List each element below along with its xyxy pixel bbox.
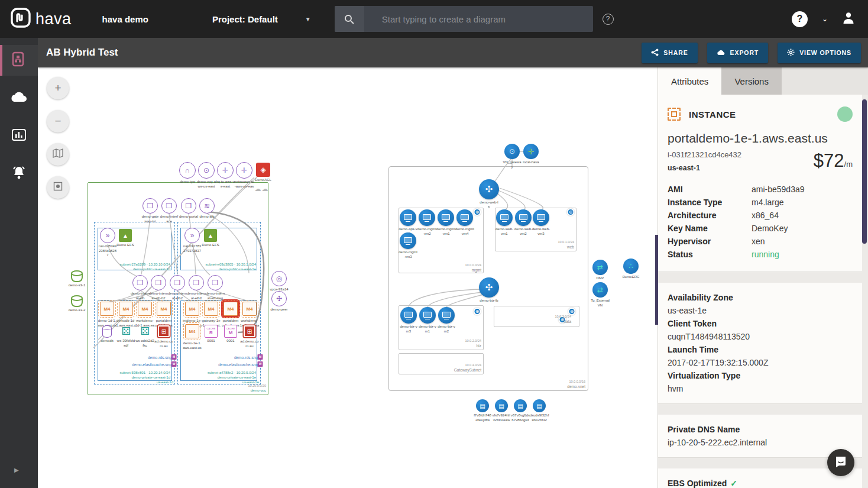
help-icon[interactable]: ? — [792, 11, 808, 27]
node-vpc-peering[interactable]: ✣demo-peer — [264, 291, 294, 312]
hava-logo[interactable]: hava — [11, 8, 72, 30]
diagram-text: demo-private-us-east-1e — [218, 376, 256, 379]
node-express-route[interactable]: ∴DemoERC — [616, 258, 646, 280]
node-efs[interactable]: ▲Demo EFS — [110, 229, 141, 248]
center-icon — [53, 181, 63, 194]
panel-scrollbar[interactable] — [862, 99, 867, 244]
export-cloud-icon — [717, 49, 726, 57]
sidebar-item-diagrams[interactable] — [0, 45, 38, 76]
globe-icon-icon: ⊕ — [568, 308, 576, 315]
center-view-button[interactable] — [47, 176, 69, 199]
node-azure-lb[interactable]: ✣demo-web-l b — [474, 179, 504, 209]
globe-icon[interactable]: ⊕ — [474, 208, 481, 216]
sidebar-item-stats[interactable] — [0, 121, 38, 151]
globe-icon[interactable]: ⊕ — [567, 208, 575, 216]
node-route53-record[interactable]: ⊞ad.demo.co m.au — [148, 324, 179, 348]
node-s3-bucket[interactable]: demo-s3-1 — [61, 270, 92, 288]
diagram-text: demo-public-us-east-1e — [219, 267, 256, 271]
project-label: Project: Default — [212, 14, 278, 24]
search-icon — [335, 6, 364, 32]
search-input[interactable] — [364, 14, 571, 24]
attribute-row: Hypervisorxen — [668, 235, 853, 248]
diagram-text: subnet-598e801 · 10.20.14.0/24 — [120, 371, 170, 374]
node-efs[interactable]: ▲Demo EFS — [195, 229, 226, 248]
node-dmz-connection[interactable]: ⇄DMZ — [585, 260, 616, 281]
tab-versions[interactable]: Versions — [721, 67, 782, 95]
resource-type-label: INSTANCE — [689, 109, 736, 119]
node-instance-icon: M4 — [157, 302, 171, 316]
node-load-balancer-icon: ≋ — [199, 198, 215, 214]
diagram-text: demo-rds-sng — [148, 356, 171, 360]
attribute-row: Statusrunning — [668, 248, 853, 261]
view-options-button[interactable]: VIEW OPTIONS — [778, 43, 861, 63]
node-azure-lb-icon: ✣ — [479, 277, 499, 298]
node-internal-elb[interactable]: ❒demo-intern al-elb-bsg — [200, 275, 231, 300]
diagram-search[interactable] — [335, 6, 593, 32]
help-outline-icon[interactable]: ? — [603, 14, 614, 25]
chat-button[interactable] — [827, 449, 854, 476]
fit-view-button[interactable] — [47, 143, 69, 166]
sng-badge[interactable]: W — [171, 361, 177, 367]
sidebar-item-alerts[interactable] — [0, 159, 38, 189]
node-label: DemoACL — [248, 178, 278, 183]
node-dmz-connection-icon: ⇄ — [592, 260, 608, 275]
diagram-text: demo-vpc — [251, 389, 266, 392]
globe-icon[interactable]: ⊕ — [474, 308, 481, 315]
node-azure-vm[interactable]: demo-mgmt -vm3 — [393, 232, 423, 259]
attribute-value: m4.large — [752, 196, 783, 209]
sng-badge[interactable]: M — [171, 354, 177, 360]
dns-label: Private DNS Name — [668, 423, 853, 436]
chat-icon — [834, 455, 847, 470]
node-azure-vm[interactable]: demo-biz-v m2 — [431, 307, 462, 334]
diagram-title: AB Hybrid Test — [46, 47, 118, 59]
node-local-network[interactable]: ✛local-hava — [516, 144, 546, 165]
attribute-label: Instance Type — [668, 196, 752, 209]
sng-badge[interactable]: W — [258, 361, 263, 367]
node-external-vn[interactable]: ⇄To_External VN — [585, 282, 616, 308]
node-load-balancer[interactable]: ≋demo-alb — [192, 198, 222, 219]
zoom-in-button[interactable]: + — [47, 77, 69, 99]
view-options-label: VIEW OPTIONS — [799, 49, 851, 56]
diagram-text: web — [567, 245, 574, 249]
node-s3-bucket-icon — [71, 298, 83, 307]
sidebar-item-environments[interactable] — [0, 83, 38, 114]
node-s3-bucket[interactable]: demo-s3-2 — [61, 295, 92, 313]
dns-link[interactable]: ip-10-20-5-222.ec2.internal — [668, 436, 853, 449]
project-dropdown[interactable]: Project: Default ▼ — [212, 14, 311, 24]
export-button[interactable]: EXPORT — [707, 43, 769, 63]
cloud-icon[interactable]: ☁ — [255, 185, 261, 193]
dns-card: Private DNS Name ip-10-20-5-222.ec2.inte… — [658, 415, 862, 458]
sng-badge-icon: W — [171, 361, 177, 367]
sidebar-expand-icon[interactable]: ▶ — [14, 467, 19, 473]
node-instance[interactable]: M4workdemo- 1e-1.aws.ea — [234, 300, 265, 328]
diagram-text: subnet-27a6289 · 10.20.10.0/24 — [120, 263, 170, 266]
diagram-text: 10.0.1.0/24 — [558, 240, 574, 244]
user-icon[interactable] — [842, 11, 855, 27]
share-button[interactable]: SHARE — [642, 43, 697, 63]
globe-icon[interactable]: ⊕ — [568, 308, 576, 315]
ec2-instance-icon — [668, 108, 681, 121]
node-azure-lb[interactable]: ✣demo-biz-lb — [474, 277, 504, 303]
diagram-text: subnet-a4788e2 · 10.20.5.0/24 — [208, 371, 256, 374]
detail-value: cuqnT1484948113520 — [668, 330, 853, 343]
cloud-icon-icon: ☁ — [255, 185, 261, 193]
share-icon — [651, 49, 659, 57]
sng-badge[interactable]: M — [258, 354, 263, 360]
chevron-down-icon[interactable]: ⌄ — [822, 15, 828, 23]
attribute-value: xen — [752, 235, 765, 248]
tab-attributes[interactable]: Attributes — [658, 67, 721, 95]
diagram-text: demo-vnet — [567, 384, 585, 389]
node-efs-icon: ▲ — [119, 229, 132, 242]
attribute-row: Instance Typem4.large — [668, 196, 853, 209]
node-instance[interactable]: M4portaldem o-1d-1.aws — [148, 300, 179, 328]
zoom-out-button[interactable]: − — [47, 110, 69, 132]
section-scroll-indicator[interactable] — [655, 235, 658, 325]
cloud-icon[interactable]: ☁ — [262, 185, 268, 193]
node-label: local-hava — [516, 160, 546, 165]
node-storage-account[interactable]: ▤dsuds9f32hf sbiv2bf32 — [524, 399, 555, 422]
node-network-acl[interactable]: ◈DemoACL — [248, 163, 278, 183]
node-s3-bucket-icon — [71, 273, 83, 282]
node-route53-record[interactable]: ⊞ad.demo.co m.au — [234, 324, 265, 348]
detail-pair: Availability Zoneus-east-1e — [668, 291, 853, 317]
node-azure-vm[interactable]: demo-web- vm3 — [526, 209, 556, 236]
